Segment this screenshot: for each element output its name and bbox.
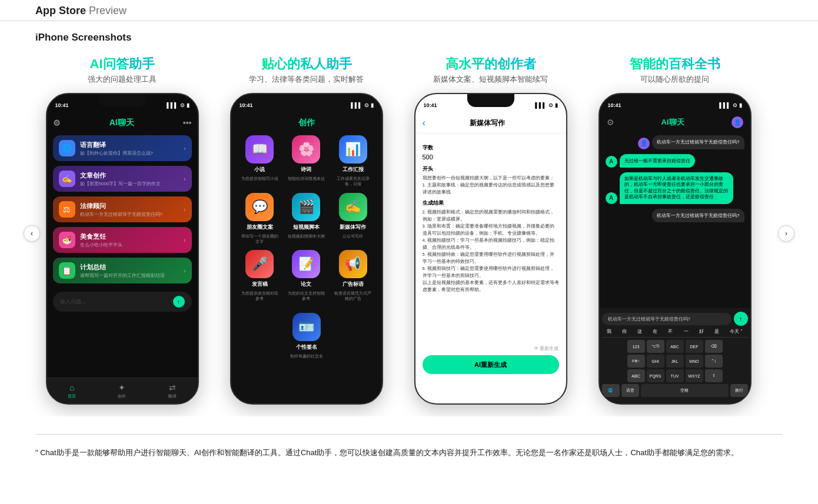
- status-icons: ▌▌▌ ⊙ ▮: [719, 102, 741, 108]
- kb-key-tuv[interactable]: TUV: [666, 369, 684, 382]
- back-button[interactable]: ‹: [423, 118, 425, 128]
- phone1-items-list: 🌐 语言翻译 如【到外心欢迎你】用英语怎么说? › ✍ 文章创作: [47, 132, 198, 287]
- status-icons: ▌▌▌ ⊙ ▮: [351, 102, 373, 108]
- phone-card-1: AI问答助手 强大的问题处理工具 10:41 ▌▌▌ ⊙ ▮: [35, 56, 209, 405]
- status-icons: ▌▌▌ ⊙ ▮: [167, 102, 189, 108]
- grid-item-novel[interactable]: 📖 小说 为您提供智能写小说: [240, 135, 280, 186]
- wifi-icon: ⊙: [733, 102, 737, 108]
- kb-key-alt[interactable]: ⌥Ti: [647, 340, 664, 353]
- suggest-word[interactable]: 今天 ˅: [730, 328, 743, 335]
- grid-item-ad[interactable]: 📢 广告标语 检查语言规范方式严格的广告: [332, 250, 373, 301]
- list-item[interactable]: ✍ 文章创作 如【那里5000字】写一篇一百字的作文 ›: [53, 166, 192, 192]
- user-message-1: 机动车一方无过错就等于无赔偿责任吗?: [652, 135, 744, 149]
- grid-item-newmedia[interactable]: ✍️ 新媒体写作 公众号写作: [332, 193, 373, 244]
- phone1-header-title: AI聊天: [61, 118, 183, 128]
- kb-key-mno[interactable]: MNO: [686, 355, 703, 368]
- item-icon-plan: 📋: [59, 262, 75, 279]
- grid-item-poem[interactable]: 🌸 诗词 智能化诗词情感表达: [286, 135, 327, 186]
- field-value-intro: 我想要创作一份短视频拍摄大纲，以下是一些可以考虑的要素：1. 主题和故事线：确定…: [423, 175, 559, 196]
- item-name-work: 工作汇报: [343, 166, 364, 173]
- preview-text: Preview: [86, 5, 127, 16]
- chat-input-field[interactable]: 机动车一方无过错就等于无赔偿责任吗?: [602, 313, 731, 325]
- phone2-grid: 📖 小说 为您提供智能写小说 🌸 诗词 智能化诗词情感表达 📊: [231, 131, 382, 306]
- kb-key-voice[interactable]: 语音: [621, 384, 639, 397]
- user-avatar-1: 👤: [638, 138, 650, 149]
- suggest-word[interactable]: 我: [607, 328, 611, 335]
- kb-key-abc[interactable]: ABC: [666, 340, 684, 353]
- scroll-left-arrow[interactable]: ‹: [24, 225, 40, 242]
- phone2-mockup: 10:41 ▌▌▌ ⊙ ▮ 创作 📖 小说: [230, 93, 383, 405]
- kb-key-num[interactable]: 123: [627, 340, 645, 353]
- battery-icon: ▮: [371, 102, 374, 108]
- item-name: 语言翻译: [80, 141, 179, 149]
- kb-key-shift[interactable]: ⇧: [705, 369, 723, 382]
- screen-title: 新媒体写作: [430, 118, 545, 128]
- kb-key-hash[interactable]: #⊕↑: [627, 355, 645, 368]
- msg-row-ai2: A 如果是机动车与行人或者非机动车发生交通事故的，机动车一方即使责任也要承担一小…: [606, 172, 744, 204]
- icon-newmedia: ✍️: [339, 193, 367, 221]
- item-name-short: 短视频脚本: [293, 223, 320, 231]
- item-sub-poem: 智能化诗词情感表达: [288, 176, 325, 181]
- item-text-food: 美食烹饪 生么小吃小吃平平头: [80, 232, 179, 248]
- translate-icon: ⇄: [169, 383, 176, 392]
- kb-key-del[interactable]: ⌫: [705, 340, 723, 353]
- list-item[interactable]: ⚖ 法律顾问 机动车一方无过错就等于无赔偿责任吗? ›: [53, 196, 192, 222]
- ai-regen-button[interactable]: AI重新生成: [423, 355, 559, 374]
- kb-key-jkl[interactable]: JKL: [666, 355, 684, 368]
- list-item[interactable]: 🍜 美食烹饪 生么小吃小吃平平头 ›: [53, 227, 192, 253]
- item-sub: 请帮我写一篇对开开的工作汇报精彩结语: [80, 272, 179, 279]
- kb-key-wxyz[interactable]: WXYZ: [686, 369, 703, 382]
- item-name-novel: 小说: [254, 166, 265, 173]
- kb-key-pqrs[interactable]: PQRS: [647, 369, 664, 382]
- suggest-word[interactable]: 在: [653, 328, 657, 335]
- suggest-word[interactable]: 不: [668, 328, 673, 335]
- chat-send-button[interactable]: ↑: [734, 312, 748, 326]
- icon-post: 🎤: [245, 250, 274, 278]
- kb-key-space[interactable]: 空格: [641, 384, 729, 397]
- field-value-count: 500: [423, 153, 559, 161]
- grid-item-friend[interactable]: 💬 朋友圈文案 帮你写一个朋友圈的文字: [240, 193, 280, 244]
- phone1-settings-icon[interactable]: ⚙: [53, 118, 61, 128]
- phone3-screen: 10:41 ▌▌▌ ⊙ ▮ ‹ 新媒体写作: [415, 94, 566, 403]
- kb-key-def[interactable]: DEF: [686, 340, 703, 353]
- grid-item-short[interactable]: 🎬 短视频脚本 短视频剧情脚本大纲: [286, 193, 327, 244]
- icon-personal: 🪪: [292, 313, 321, 341]
- send-button[interactable]: ↑: [173, 296, 185, 308]
- suggest-word[interactable]: 一: [684, 328, 689, 335]
- suggest-word[interactable]: 是: [714, 328, 719, 335]
- ai-avatar-2: A: [606, 192, 617, 204]
- msg-row-user1: 机动车一方无过错就等于无赔偿责任吗? 👤: [606, 135, 744, 149]
- regen-link[interactable]: ⟳ 重新生成: [534, 345, 558, 352]
- kb-key-ctrl[interactable]: ⌃↕: [705, 355, 723, 368]
- user-avatar: 👤: [731, 116, 743, 128]
- phone2-title: 贴心的私人助手: [261, 56, 352, 72]
- nav-item-translate[interactable]: ⇄ 翻译: [168, 383, 177, 399]
- suggest-word[interactable]: 好: [699, 328, 704, 335]
- suggest-word[interactable]: 你: [622, 328, 627, 335]
- kb-row-1: 123 ⌥Ti ABC DEF ⌫: [602, 340, 748, 353]
- list-item[interactable]: 🌐 语言翻译 如【到外心欢迎你】用英语怎么说? ›: [53, 135, 192, 161]
- list-item[interactable]: 📋 计划总结 请帮我写一篇对开开的工作汇报精彩结语 ›: [53, 258, 192, 283]
- kb-key-globe[interactable]: 🌐: [602, 384, 620, 397]
- battery-icon: ▮: [739, 102, 742, 108]
- icon-work: 📊: [339, 135, 367, 163]
- nav-item-home[interactable]: ⌂ 首页: [68, 383, 76, 399]
- kb-key-ghi[interactable]: GHI: [647, 355, 664, 368]
- phone1-more-icon[interactable]: •••: [183, 118, 192, 128]
- user-message-2: 机动车一方无过错就等于无赔偿责任吗?: [652, 209, 744, 222]
- grid-item-work[interactable]: 📊 工作汇报 工作成果充实记录备，日报: [332, 135, 373, 186]
- battery-icon: ▮: [187, 102, 189, 108]
- item-sub-post: 为您提供发言稿对应参考: [240, 291, 280, 301]
- kb-key-return[interactable]: 换行: [730, 384, 748, 397]
- suggest-word[interactable]: 这: [637, 328, 642, 335]
- item-arrow: ›: [184, 206, 185, 213]
- signal-icon: ▌▌▌: [535, 102, 546, 108]
- phone1-input[interactable]: 输入问题... ↑: [53, 292, 192, 312]
- grid-item-post[interactable]: 🎤 发言稿 为您提供发言稿对应参考: [240, 250, 280, 301]
- grid-item-thesis[interactable]: 📝 论文 为您的论文支持智能参考: [286, 250, 327, 301]
- scroll-right-arrow[interactable]: ›: [778, 225, 794, 242]
- nav-item-create[interactable]: ✦ 创作: [118, 383, 126, 399]
- kb-key-abc2[interactable]: ABC: [627, 369, 645, 382]
- settings-icon[interactable]: ⚙: [607, 118, 614, 127]
- grid-item-personal[interactable]: 🪪 个性签名 制作有趣的社交名: [290, 313, 323, 359]
